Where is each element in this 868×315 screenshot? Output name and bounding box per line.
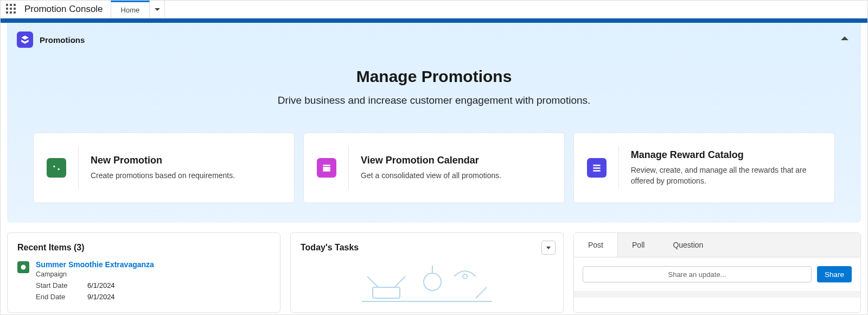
recent-items-heading: Recent Items (3) bbox=[17, 243, 270, 253]
calendar-icon bbox=[317, 158, 336, 178]
recent-items-panel: Recent Items (3) Summer Smoothie Extrava… bbox=[7, 232, 280, 313]
top-bar: Promotion Console Home bbox=[1, 1, 867, 18]
svg-point-4 bbox=[424, 273, 441, 291]
app-launcher-icon[interactable] bbox=[6, 4, 17, 15]
tab-home-label: Home bbox=[121, 6, 140, 14]
collapse-button[interactable] bbox=[838, 32, 851, 45]
recent-start-label: Start Date bbox=[36, 281, 87, 289]
chevron-down-icon bbox=[155, 8, 160, 11]
promotions-icon bbox=[17, 32, 33, 48]
card-new-promotion[interactable]: New Promotion Create promotions based on… bbox=[33, 133, 295, 203]
todays-tasks-heading: Today's Tasks bbox=[301, 243, 553, 253]
brand-band bbox=[1, 18, 867, 23]
caret-down-icon bbox=[546, 247, 551, 249]
card-divider bbox=[618, 146, 619, 190]
hero-label: Promotions bbox=[40, 35, 85, 45]
tasks-options-button[interactable] bbox=[541, 241, 556, 255]
recent-end-label: End Date bbox=[36, 293, 87, 301]
feed-panel: Post Poll Question Share an update... Sh… bbox=[573, 232, 861, 313]
svg-point-6 bbox=[463, 274, 467, 279]
feed-tab-post[interactable]: Post bbox=[574, 233, 618, 257]
card-divider bbox=[348, 146, 349, 190]
card-view-calendar[interactable]: View Promotion Calendar Get a consolidat… bbox=[303, 133, 565, 203]
promotions-hero: Promotions Manage Promotions Drive busin… bbox=[7, 23, 861, 223]
card-desc: Review, create, and manage all the rewar… bbox=[631, 165, 821, 186]
feed-tabs: Post Poll Question bbox=[574, 233, 860, 257]
card-desc: Get a consolidated view of all promotion… bbox=[361, 171, 501, 181]
list-icon bbox=[587, 158, 607, 178]
recent-end-value: 9/1/2024 bbox=[87, 293, 115, 301]
recent-item-type: Campaign bbox=[36, 270, 154, 278]
hero-subtitle: Drive business and increase customer eng… bbox=[7, 94, 861, 106]
svg-line-3 bbox=[394, 276, 405, 287]
feed-tab-question[interactable]: Question bbox=[659, 233, 717, 257]
card-divider bbox=[78, 146, 79, 190]
todays-tasks-panel: Today's Tasks bbox=[290, 232, 564, 313]
campaign-icon bbox=[17, 261, 29, 273]
card-title: New Promotion bbox=[91, 155, 235, 166]
app-title: Promotion Console bbox=[24, 4, 103, 15]
tab-dropdown[interactable] bbox=[150, 1, 165, 18]
svg-rect-1 bbox=[373, 287, 400, 298]
share-update-input[interactable]: Share an update... bbox=[583, 266, 812, 282]
percent-icon bbox=[47, 158, 66, 178]
hero-title: Manage Promotions bbox=[7, 67, 861, 86]
tab-home[interactable]: Home bbox=[111, 1, 150, 18]
recent-item-link[interactable]: Summer Smoothie Extravaganza bbox=[36, 260, 154, 269]
svg-point-0 bbox=[21, 265, 26, 270]
tasks-illustration bbox=[301, 260, 553, 303]
card-desc: Create promotions based on requirements. bbox=[91, 171, 235, 181]
feed-separator bbox=[574, 291, 860, 298]
card-title: View Promotion Calendar bbox=[361, 155, 501, 166]
svg-line-7 bbox=[476, 287, 487, 298]
card-reward-catalog[interactable]: Manage Reward Catalog Review, create, an… bbox=[573, 133, 835, 203]
svg-line-2 bbox=[367, 276, 378, 287]
recent-start-value: 6/1/2024 bbox=[87, 281, 115, 289]
share-button[interactable]: Share bbox=[817, 266, 852, 282]
feed-tab-poll[interactable]: Poll bbox=[618, 233, 659, 257]
card-title: Manage Reward Catalog bbox=[631, 149, 821, 161]
chevron-up-icon bbox=[841, 36, 848, 40]
list-item: Summer Smoothie Extravaganza Campaign St… bbox=[17, 260, 270, 301]
